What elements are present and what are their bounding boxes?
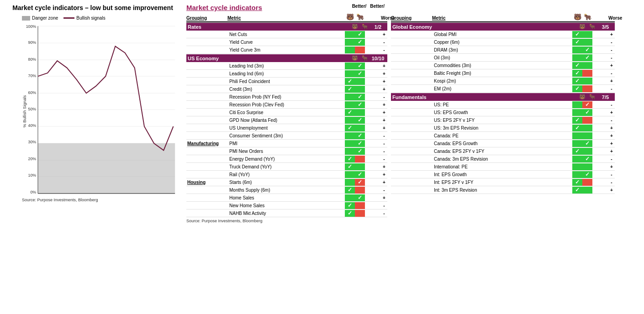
table-row: US: EPS 2FY v 1FY ✓ -: [391, 116, 615, 124]
table-row: Int: EPS 2FY v 1FY ✓ -: [391, 178, 615, 186]
col-headers-left: Grouping Metric 🐻 🐂 Worse: [186, 13, 387, 22]
table-row: Baltic Freight (3m) ✓ -: [391, 69, 615, 77]
worse-label: Worse: [381, 16, 387, 21]
chart-legend: Danger zone Bullish signals: [4, 16, 182, 21]
legend-danger: Danger zone: [22, 16, 58, 21]
table-title: Market cycle indicators: [186, 4, 262, 11]
cat-us-economy: US Economy 🐻 🐂 10/10: [186, 54, 387, 62]
table-row: DRAM (3m) ✓ -: [391, 46, 615, 54]
svg-text:100%: 100%: [26, 24, 36, 29]
table-row: Leading Ind (3m) ✓ +: [186, 62, 387, 70]
cat-fundamentals: Fundamentals 🐻 🐂 7/5: [391, 93, 615, 101]
table-row: Canada: 3m EPS Revision ✓ -: [391, 155, 615, 163]
svg-text:30%: 30%: [28, 140, 36, 144]
table-row: Consumer Sentiment (3m) ✓ -: [186, 132, 387, 140]
metric-header-2: Metric: [432, 16, 572, 21]
bull-icon-header: 🐂: [355, 13, 365, 21]
table-row: Citi Eco Surprise ✓ +: [186, 109, 387, 116]
table-row: PMI New Orders ✓ -: [186, 147, 387, 155]
better-worse-header-1: Better/: [352, 4, 367, 9]
chart-section: Market cycle indicators – low but some i…: [4, 4, 186, 223]
table-row: International: PE +: [391, 163, 615, 171]
svg-rect-23: [38, 143, 175, 194]
table-row: Int: 3m EPS Revision ✓ +: [391, 186, 615, 194]
table-right: Grouping Metric 🐻 🐂 Worse Global Economy…: [391, 13, 615, 223]
metric-header: Metric: [227, 16, 345, 21]
table-row: Canada: PE +: [391, 132, 615, 140]
bear-icon-header: 🐻: [345, 13, 355, 21]
grouping-header: Grouping: [186, 16, 227, 21]
tables-row: Grouping Metric 🐻 🐂 Worse Rates 🐻 🐂 1/2: [186, 13, 640, 223]
table-section: Market cycle indicators Better/ Better/ …: [186, 4, 640, 223]
table-row: Phili Fed Coincident ✓ +: [186, 78, 387, 85]
svg-text:50%: 50%: [28, 107, 36, 111]
table-row: Credit (3m) ✓ +: [186, 85, 387, 93]
table-row: Kospi (2m) ✓ +: [391, 77, 615, 85]
table-row: Net Cuts ✓ +: [186, 31, 387, 38]
table-row: Housing Starts (6m) ✓ +: [186, 178, 387, 186]
svg-text:60%: 60%: [28, 90, 36, 95]
table-row: Rail (YoY) ✓ +: [186, 171, 387, 178]
svg-text:80%: 80%: [28, 57, 36, 62]
table-row: GPD Now (Atlanta Fed) ✓ +: [186, 116, 387, 124]
better-worse-header-2: Better/: [370, 4, 385, 9]
table-row: US: 3m EPS Revision ✓ +: [391, 124, 615, 132]
chart-title: Market cycle indicators – low but some i…: [4, 4, 182, 12]
chart-area: 100% 90% 80% 70% 60% 50% 40% 30% 20% 10%…: [22, 22, 177, 196]
svg-text:70%: 70%: [28, 73, 36, 78]
table-source-left: Source: Purpose Investments, Bloomberg: [186, 219, 387, 223]
table-left: Grouping Metric 🐻 🐂 Worse Rates 🐻 🐂 1/2: [186, 13, 387, 223]
table-row: Manufacturing PMI ✓ -: [186, 140, 387, 147]
table-row: Home Sales ✓ +: [186, 194, 387, 202]
table-row: NAHB Mkt Activity ✓ -: [186, 209, 387, 217]
worse-label-2: Worse: [608, 16, 615, 21]
table-row: Int: EPS Growth ✓ -: [391, 171, 615, 178]
bullish-label: Bullish signals: [76, 16, 105, 21]
table-row: Canada: EPS Growth ✓ +: [391, 140, 615, 147]
table-row: Yield Curve ✓ -: [186, 38, 387, 46]
chart-source: Source: Purpose Investments, Bloomberg: [4, 198, 182, 202]
svg-text:20%: 20%: [28, 157, 36, 161]
table-row: US: EPS Growth ✓ +: [391, 109, 615, 116]
table-row: EM (2m) ✓ -: [391, 85, 615, 93]
table-row: Recession Prob (Clev Fed) ✓ +: [186, 101, 387, 109]
table-row: US Unemployment ✓ +: [186, 124, 387, 132]
danger-label: Danger zone: [32, 16, 58, 21]
svg-text:40%: 40%: [28, 123, 36, 128]
svg-text:90%: 90%: [28, 40, 36, 45]
table-row: Oil (3m) ✓ -: [391, 54, 615, 62]
table-row: Copper (6m) ✓ -: [391, 38, 615, 46]
cat-rates: Rates 🐻 🐂 1/2: [186, 23, 387, 31]
bull-icon-header-2: 🐂: [582, 13, 592, 21]
danger-box: [22, 16, 30, 21]
grouping-header-2: Grouping: [391, 16, 432, 21]
table-row: Leading Ind (6m) ✓ +: [186, 70, 387, 78]
bullish-line-symbol: [63, 17, 74, 19]
table-row: New Home Sales ✓ -: [186, 202, 387, 209]
table-row: Yield Curve 3m -: [186, 46, 387, 54]
col-headers-right: Grouping Metric 🐻 🐂 Worse: [391, 13, 615, 22]
svg-text:% Bullish Signals: % Bullish Signals: [22, 95, 27, 127]
table-row: US: PE ✓ -: [391, 101, 615, 109]
table-row: Months Supply (6m) ✓ -: [186, 186, 387, 194]
svg-text:10%: 10%: [28, 173, 36, 178]
bear-icon-header-2: 🐻: [572, 13, 582, 21]
chart-svg: 100% 90% 80% 70% 60% 50% 40% 30% 20% 10%…: [22, 22, 177, 196]
legend-bullish: Bullish signals: [63, 16, 105, 21]
table-row: Commodities (3m) ✓ +: [391, 62, 615, 69]
svg-text:0%: 0%: [30, 190, 36, 194]
table-row: Energy Demand (YoY) ✓ -: [186, 155, 387, 163]
table-row: Recession Prob (NY Fed) ✓ -: [186, 93, 387, 101]
cat-global-economy: Global Economy 🐻 🐂 3/5: [391, 23, 615, 31]
table-row: Canada: EPS 2FY v 1FY ✓ +: [391, 147, 615, 155]
table-row: Truck Demand (YoY) ✓ +: [186, 163, 387, 171]
table-row: Global PMI ✓ +: [391, 31, 615, 38]
